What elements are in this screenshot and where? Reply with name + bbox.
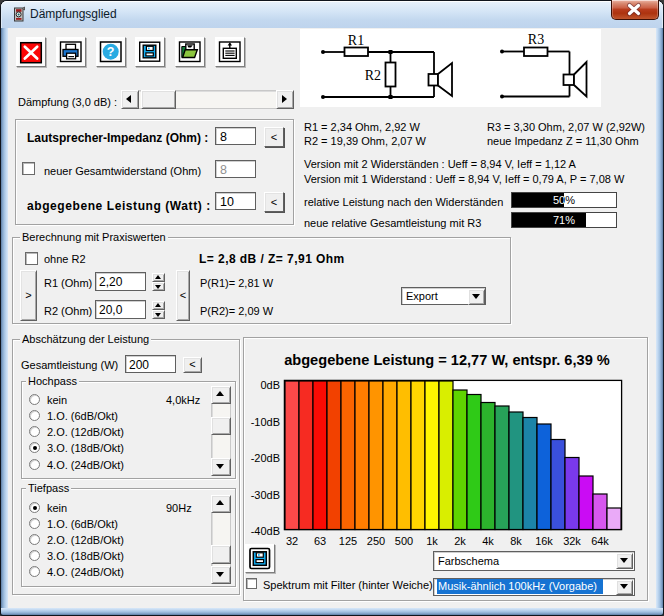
- svg-text:-20dB: -20dB: [251, 452, 280, 464]
- svg-text:64k: 64k: [591, 535, 609, 547]
- svg-text:125: 125: [339, 535, 357, 547]
- svg-text:0dB: 0dB: [260, 379, 280, 391]
- svg-text:32: 32: [286, 535, 298, 547]
- svg-text:4k: 4k: [482, 535, 494, 547]
- svg-text:16k: 16k: [535, 535, 553, 547]
- svg-text:2k: 2k: [454, 535, 466, 547]
- svg-text:63: 63: [314, 535, 326, 547]
- svg-text:8k: 8k: [510, 535, 522, 547]
- svg-text:-10dB: -10dB: [251, 416, 280, 428]
- svg-text:1k: 1k: [426, 535, 438, 547]
- svg-text:500: 500: [395, 535, 413, 547]
- svg-text:-40dB: -40dB: [251, 525, 280, 537]
- svg-text:-30dB: -30dB: [251, 489, 280, 501]
- svg-text:250: 250: [367, 535, 385, 547]
- svg-text:abgegebene Leistung = 12,77 W,: abgegebene Leistung = 12,77 W, entspr. 6…: [284, 352, 610, 368]
- svg-text:32k: 32k: [563, 535, 581, 547]
